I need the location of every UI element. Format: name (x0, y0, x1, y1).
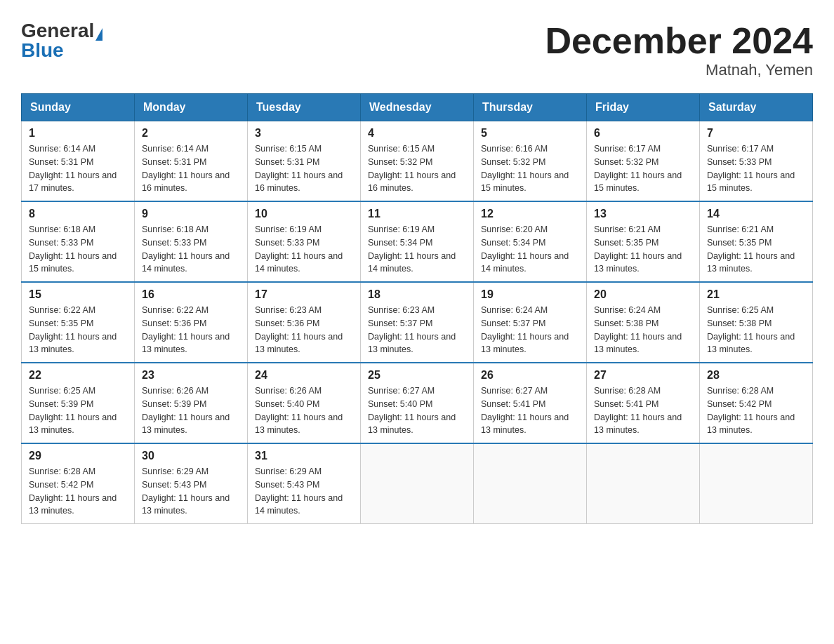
day-number: 22 (29, 369, 127, 382)
calendar-cell: 25Sunrise: 6:27 AMSunset: 5:40 PMDayligh… (361, 363, 474, 443)
day-info: Sunrise: 6:14 AMSunset: 5:31 PMDaylight:… (29, 142, 127, 195)
logo-blue-text: Blue (21, 41, 64, 60)
day-number: 5 (481, 127, 579, 140)
day-info: Sunrise: 6:19 AMSunset: 5:34 PMDaylight:… (368, 223, 466, 276)
day-info: Sunrise: 6:17 AMSunset: 5:33 PMDaylight:… (707, 142, 805, 195)
calendar-week-row: 8Sunrise: 6:18 AMSunset: 5:33 PMDaylight… (22, 201, 813, 282)
calendar-cell: 24Sunrise: 6:26 AMSunset: 5:40 PMDayligh… (248, 363, 361, 443)
day-number: 7 (707, 127, 805, 140)
day-info: Sunrise: 6:19 AMSunset: 5:33 PMDaylight:… (255, 223, 353, 276)
calendar-cell: 15Sunrise: 6:22 AMSunset: 5:35 PMDayligh… (22, 282, 135, 363)
calendar-week-row: 22Sunrise: 6:25 AMSunset: 5:39 PMDayligh… (22, 363, 813, 443)
day-info: Sunrise: 6:15 AMSunset: 5:31 PMDaylight:… (255, 142, 353, 195)
day-number: 18 (368, 288, 466, 301)
title-block: December 2024 Matnah, Yemen (545, 21, 813, 79)
calendar-cell: 11Sunrise: 6:19 AMSunset: 5:34 PMDayligh… (361, 201, 474, 282)
day-number: 23 (142, 369, 240, 382)
calendar-cell (361, 443, 474, 524)
calendar-cell: 26Sunrise: 6:27 AMSunset: 5:41 PMDayligh… (474, 363, 587, 443)
day-number: 6 (594, 127, 692, 140)
day-number: 14 (707, 208, 805, 220)
calendar-cell: 16Sunrise: 6:22 AMSunset: 5:36 PMDayligh… (135, 282, 248, 363)
calendar-cell: 30Sunrise: 6:29 AMSunset: 5:43 PMDayligh… (135, 443, 248, 524)
day-number: 21 (707, 288, 805, 301)
day-info: Sunrise: 6:20 AMSunset: 5:34 PMDaylight:… (481, 223, 579, 276)
day-number: 27 (594, 369, 692, 382)
day-info: Sunrise: 6:22 AMSunset: 5:35 PMDaylight:… (29, 304, 127, 356)
calendar-cell (587, 443, 700, 524)
calendar-week-row: 15Sunrise: 6:22 AMSunset: 5:35 PMDayligh… (22, 282, 813, 363)
column-header-monday: Monday (135, 94, 248, 121)
day-number: 30 (142, 450, 240, 462)
day-info: Sunrise: 6:28 AMSunset: 5:42 PMDaylight:… (707, 384, 805, 437)
column-header-sunday: Sunday (22, 94, 135, 121)
calendar-cell: 22Sunrise: 6:25 AMSunset: 5:39 PMDayligh… (22, 363, 135, 443)
calendar-cell: 21Sunrise: 6:25 AMSunset: 5:38 PMDayligh… (700, 282, 813, 363)
day-number: 17 (255, 288, 353, 301)
day-info: Sunrise: 6:29 AMSunset: 5:43 PMDaylight:… (142, 465, 240, 518)
location-subtitle: Matnah, Yemen (545, 61, 813, 79)
month-title: December 2024 (545, 21, 813, 61)
day-info: Sunrise: 6:23 AMSunset: 5:36 PMDaylight:… (255, 304, 353, 356)
day-info: Sunrise: 6:27 AMSunset: 5:40 PMDaylight:… (368, 384, 466, 437)
day-number: 31 (255, 450, 353, 462)
page-header: General Blue December 2024 Matnah, Yemen (21, 21, 813, 79)
day-info: Sunrise: 6:22 AMSunset: 5:36 PMDaylight:… (142, 304, 240, 356)
day-number: 20 (594, 288, 692, 301)
calendar-cell: 23Sunrise: 6:26 AMSunset: 5:39 PMDayligh… (135, 363, 248, 443)
calendar-cell: 12Sunrise: 6:20 AMSunset: 5:34 PMDayligh… (474, 201, 587, 282)
logo: General Blue (21, 21, 102, 60)
calendar-cell: 17Sunrise: 6:23 AMSunset: 5:36 PMDayligh… (248, 282, 361, 363)
day-number: 8 (29, 208, 127, 220)
day-number: 25 (368, 369, 466, 382)
day-number: 1 (29, 127, 127, 140)
day-info: Sunrise: 6:28 AMSunset: 5:41 PMDaylight:… (594, 384, 692, 437)
logo-triangle-icon (95, 28, 102, 41)
logo-general-text: General (21, 21, 94, 41)
day-number: 9 (142, 208, 240, 220)
calendar-cell: 19Sunrise: 6:24 AMSunset: 5:37 PMDayligh… (474, 282, 587, 363)
day-info: Sunrise: 6:26 AMSunset: 5:40 PMDaylight:… (255, 384, 353, 437)
calendar-cell: 10Sunrise: 6:19 AMSunset: 5:33 PMDayligh… (248, 201, 361, 282)
day-info: Sunrise: 6:14 AMSunset: 5:31 PMDaylight:… (142, 142, 240, 195)
day-info: Sunrise: 6:21 AMSunset: 5:35 PMDaylight:… (594, 223, 692, 276)
day-info: Sunrise: 6:15 AMSunset: 5:32 PMDaylight:… (368, 142, 466, 195)
calendar-cell: 9Sunrise: 6:18 AMSunset: 5:33 PMDaylight… (135, 201, 248, 282)
column-header-wednesday: Wednesday (361, 94, 474, 121)
day-info: Sunrise: 6:27 AMSunset: 5:41 PMDaylight:… (481, 384, 579, 437)
calendar-cell: 1Sunrise: 6:14 AMSunset: 5:31 PMDaylight… (22, 121, 135, 202)
calendar-cell: 20Sunrise: 6:24 AMSunset: 5:38 PMDayligh… (587, 282, 700, 363)
day-info: Sunrise: 6:16 AMSunset: 5:32 PMDaylight:… (481, 142, 579, 195)
calendar-week-row: 1Sunrise: 6:14 AMSunset: 5:31 PMDaylight… (22, 121, 813, 202)
day-number: 16 (142, 288, 240, 301)
calendar-cell (700, 443, 813, 524)
calendar-week-row: 29Sunrise: 6:28 AMSunset: 5:42 PMDayligh… (22, 443, 813, 524)
day-info: Sunrise: 6:28 AMSunset: 5:42 PMDaylight:… (29, 465, 127, 518)
day-number: 10 (255, 208, 353, 220)
calendar-cell: 6Sunrise: 6:17 AMSunset: 5:32 PMDaylight… (587, 121, 700, 202)
day-number: 2 (142, 127, 240, 140)
day-info: Sunrise: 6:24 AMSunset: 5:38 PMDaylight:… (594, 304, 692, 356)
day-info: Sunrise: 6:23 AMSunset: 5:37 PMDaylight:… (368, 304, 466, 356)
day-info: Sunrise: 6:25 AMSunset: 5:38 PMDaylight:… (707, 304, 805, 356)
calendar-cell: 29Sunrise: 6:28 AMSunset: 5:42 PMDayligh… (22, 443, 135, 524)
calendar-cell: 27Sunrise: 6:28 AMSunset: 5:41 PMDayligh… (587, 363, 700, 443)
calendar-cell: 5Sunrise: 6:16 AMSunset: 5:32 PMDaylight… (474, 121, 587, 202)
calendar-cell: 18Sunrise: 6:23 AMSunset: 5:37 PMDayligh… (361, 282, 474, 363)
calendar-cell: 2Sunrise: 6:14 AMSunset: 5:31 PMDaylight… (135, 121, 248, 202)
day-info: Sunrise: 6:26 AMSunset: 5:39 PMDaylight:… (142, 384, 240, 437)
day-number: 29 (29, 450, 127, 462)
day-number: 4 (368, 127, 466, 140)
day-info: Sunrise: 6:25 AMSunset: 5:39 PMDaylight:… (29, 384, 127, 437)
day-number: 11 (368, 208, 466, 220)
column-header-saturday: Saturday (700, 94, 813, 121)
calendar-cell: 4Sunrise: 6:15 AMSunset: 5:32 PMDaylight… (361, 121, 474, 202)
column-header-thursday: Thursday (474, 94, 587, 121)
day-info: Sunrise: 6:18 AMSunset: 5:33 PMDaylight:… (29, 223, 127, 276)
day-number: 24 (255, 369, 353, 382)
calendar-table: SundayMondayTuesdayWednesdayThursdayFrid… (21, 93, 813, 524)
day-number: 15 (29, 288, 127, 301)
day-info: Sunrise: 6:18 AMSunset: 5:33 PMDaylight:… (142, 223, 240, 276)
column-header-tuesday: Tuesday (248, 94, 361, 121)
day-number: 3 (255, 127, 353, 140)
